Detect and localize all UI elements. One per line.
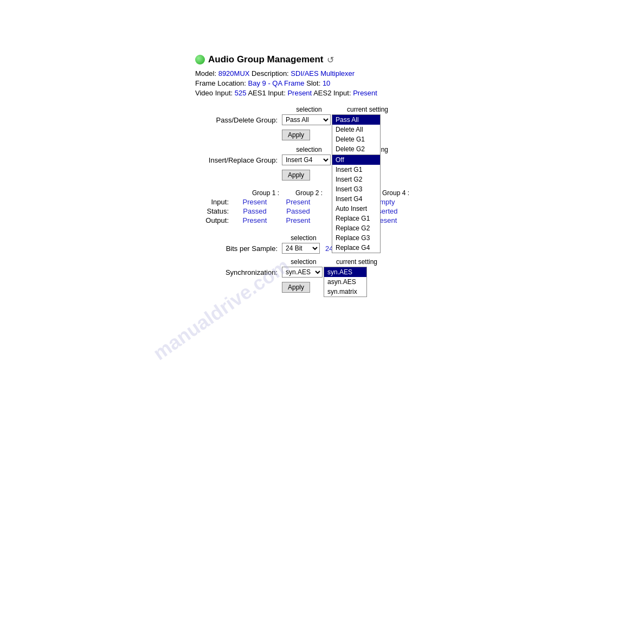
group2-status: Passed xyxy=(276,207,320,215)
pass-delete-apply-button[interactable]: Apply xyxy=(282,130,310,140)
input-row: Input: Present Present Empty Empty xyxy=(195,198,644,206)
insert-replace-label: Insert/Replace Group: xyxy=(195,154,282,164)
aes1-label: AES1 Input: xyxy=(248,89,285,97)
replace-option-g4[interactable]: Replace G4 xyxy=(332,243,380,253)
bits-label: Bits per Sample: xyxy=(195,244,282,253)
insert-replace-section: selection current setting Insert/Replace… xyxy=(195,146,644,181)
replace-option-g2[interactable]: Replace G2 xyxy=(332,223,380,233)
group1-status: Passed xyxy=(233,207,276,215)
aes2-value[interactable]: Present xyxy=(353,89,377,97)
slot-value[interactable]: 10 xyxy=(323,79,330,87)
pass-delete-select[interactable]: Pass All Delete All Delete G1 Delete G2 … xyxy=(282,114,331,125)
sync-option-synaes[interactable]: syn.AES xyxy=(324,267,366,277)
video-value[interactable]: 525 xyxy=(235,89,247,97)
sync-dropdown-list: syn.AES asyn.AES syn.matrix xyxy=(324,267,367,297)
insert-replace-dropdown-list: Off Insert G1 Insert G2 Insert G3 Insert… xyxy=(332,154,381,253)
output-row: Output: Present Present Empty Present xyxy=(195,216,644,224)
video-label: Video Input: xyxy=(195,89,233,97)
sync-section: selection current setting Synchronizatio… xyxy=(195,258,644,293)
status-row: Status: Passed Passed Empty Inserted xyxy=(195,207,644,215)
insert-replace-apply-button[interactable]: Apply xyxy=(282,170,310,181)
title-row: Audio Group Management ↺ xyxy=(195,54,644,65)
insert-replace-dropdown-container: Insert G4 Off Insert G1 Insert G2 Insert… xyxy=(282,154,331,165)
group2-output: Present xyxy=(276,216,320,224)
pass-delete-option-delete-all[interactable]: Delete All xyxy=(332,125,380,134)
pass-delete-label: Pass/Delete Group: xyxy=(195,114,282,124)
status-label: Status: xyxy=(195,207,233,215)
bits-selection-header: selection xyxy=(282,234,325,242)
pass-delete-option-delete-g1[interactable]: Delete G1 xyxy=(332,134,380,144)
replace-option-g3[interactable]: Replace G3 xyxy=(332,233,380,243)
frame-label: Frame Location: xyxy=(195,79,246,87)
groups-section: Group 1 : Group 2 : Group 3 : Group 4 : … xyxy=(195,189,644,224)
group2-header: Group 2 : xyxy=(287,189,331,197)
frame-line: Frame Location: Bay 9 - QA Frame Slot: 1… xyxy=(195,79,644,87)
group2-input: Present xyxy=(276,198,320,206)
pass-selection-header: selection xyxy=(282,106,336,113)
pass-delete-dropdown-container: Pass All Delete All Delete G1 Delete G2 … xyxy=(282,114,331,125)
sync-dropdown-container: syn.AES asyn.AES syn.matrix syn.AES asyn… xyxy=(282,267,323,278)
bits-section: selection current setting Bits per Sampl… xyxy=(195,234,644,254)
slot-label: Slot: xyxy=(306,79,320,87)
insert-option-g4[interactable]: Insert G4 xyxy=(332,194,380,204)
sync-select[interactable]: syn.AES asyn.AES syn.matrix xyxy=(282,267,323,278)
sync-current-header: current setting xyxy=(325,258,390,266)
sync-option-synmatrix[interactable]: syn.matrix xyxy=(324,287,366,297)
input-label: Input: xyxy=(195,198,233,206)
insert-option-g1[interactable]: Insert G1 xyxy=(332,165,380,175)
video-line: Video Input: 525 AES1 Input: Present AES… xyxy=(195,89,644,97)
sync-option-asyncaes[interactable]: asyn.AES xyxy=(324,277,366,287)
sync-apply-button[interactable]: Apply xyxy=(282,282,310,293)
description-label: Description: xyxy=(252,69,289,78)
insert-selection-header: selection xyxy=(282,146,336,153)
group1-header: Group 1 : xyxy=(244,189,287,197)
sync-label: Synchronization: xyxy=(195,267,282,276)
status-indicator xyxy=(195,55,205,65)
sync-selection-header: selection xyxy=(282,258,325,266)
page-title: Audio Group Management xyxy=(208,54,324,65)
insert-replace-select[interactable]: Insert G4 xyxy=(282,154,331,165)
refresh-icon[interactable]: ↺ xyxy=(327,55,334,65)
aes1-value[interactable]: Present xyxy=(287,89,312,97)
page-container: Audio Group Management ↺ Model: 8920MUX … xyxy=(0,0,644,293)
frame-value[interactable]: Bay 9 - QA Frame xyxy=(248,79,305,87)
insert-option-g2[interactable]: Insert G2 xyxy=(332,175,380,184)
bits-select[interactable]: 24 Bit 20 Bit 16 Bit xyxy=(282,243,320,254)
pass-delete-section: selection current setting Pass/Delete Gr… xyxy=(195,106,644,140)
model-value[interactable]: 8920MUX xyxy=(218,69,250,78)
model-line: Model: 8920MUX Description: SDI/AES Mult… xyxy=(195,69,644,78)
insert-option-off[interactable]: Off xyxy=(332,155,380,165)
model-label: Model: xyxy=(195,69,216,78)
group1-output: Present xyxy=(233,216,276,224)
insert-option-g3[interactable]: Insert G3 xyxy=(332,184,380,194)
description-value[interactable]: SDI/AES Multiplexer xyxy=(291,69,355,78)
replace-option-g1[interactable]: Replace G1 xyxy=(332,214,380,223)
insert-option-auto[interactable]: Auto Insert xyxy=(332,204,380,214)
group4-header: Group 4 : xyxy=(374,189,417,197)
output-label: Output: xyxy=(195,216,233,224)
pass-delete-option-delete-g2[interactable]: Delete G2 xyxy=(332,144,380,154)
aes2-label: AES2 Input: xyxy=(313,89,351,97)
pass-current-header: current setting xyxy=(336,106,401,113)
pass-delete-option-pass-all[interactable]: Pass All xyxy=(332,115,380,125)
group1-input: Present xyxy=(233,198,276,206)
